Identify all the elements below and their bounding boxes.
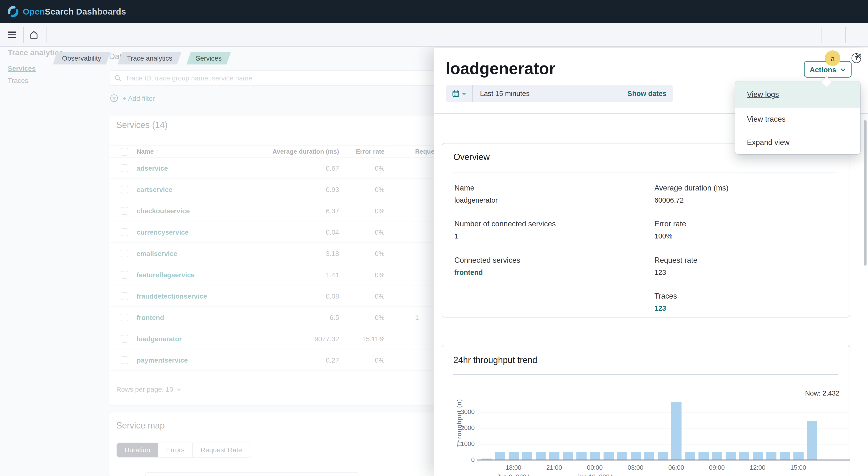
overview-title: Overview	[454, 152, 490, 162]
throughput-bar	[603, 451, 614, 460]
menu-item-view-traces[interactable]: View traces	[735, 108, 860, 131]
traces-count-link[interactable]: 123	[654, 304, 677, 312]
opensearch-dashboards-app: OpenSearchDashboards Observability Trace…	[0, 0, 868, 476]
x-tick-label: 12:00	[741, 464, 775, 471]
app-header: OpenSearchDashboards	[0, 0, 868, 23]
y-tick-label: 3000	[445, 408, 475, 415]
divider	[845, 27, 846, 43]
field-error-rate: Error rate 100%	[654, 219, 686, 240]
throughput-bar	[712, 451, 722, 460]
gridline	[477, 428, 848, 428]
x-tick-label: 06:00	[659, 464, 693, 471]
flyout-title: loadgenerator	[445, 59, 555, 78]
x-date-label: Jun 10, 2024	[568, 473, 621, 476]
nav-bar: Observability Trace analytics Services a…	[0, 23, 868, 47]
calendar-icon	[452, 90, 459, 97]
opensearch-logo-icon	[7, 5, 20, 18]
throughput-bar	[698, 451, 708, 460]
x-tick-label: 00:00	[578, 464, 612, 471]
overview-divider	[454, 173, 838, 173]
throughput-bar	[522, 451, 532, 460]
field-traces: Traces 123	[654, 292, 677, 312]
y-axis-label: Throughput (n)	[456, 384, 463, 462]
throughput-bar	[590, 451, 600, 460]
divider	[46, 27, 46, 43]
field-request-rate: Request rate 123	[654, 256, 698, 276]
throughput-bar	[739, 451, 749, 460]
menu-icon[interactable]	[8, 31, 16, 38]
y-tick-label: 0	[445, 456, 475, 464]
throughput-bar	[752, 451, 763, 460]
field-average-duration: Average duration (ms) 60006.72	[654, 184, 728, 204]
y-tick-label: 1000	[445, 440, 475, 447]
throughput-bar	[576, 451, 586, 460]
throughput-bar	[793, 451, 803, 460]
throughput-bar	[725, 451, 736, 460]
divider	[23, 27, 24, 43]
home-icon[interactable]	[29, 30, 39, 40]
x-date-label: Jun 9, 2024	[487, 473, 540, 476]
divider	[821, 27, 822, 43]
x-tick-label: 03:00	[619, 464, 652, 471]
throughput-bar	[671, 402, 681, 460]
throughput-bar	[644, 451, 654, 460]
app-title: OpenSearchDashboards	[23, 6, 126, 17]
now-annotation-label: Now: 2,432	[765, 389, 839, 397]
throughput-title: 24hr throughput trend	[454, 355, 537, 365]
breadcrumb-services[interactable]: Services	[186, 52, 231, 64]
menu-item-view-logs[interactable]: View logs	[735, 82, 860, 108]
frontend-link[interactable]: frontend	[454, 269, 520, 276]
field-connected-count: Number of connected services 1	[454, 219, 556, 240]
gridline	[477, 412, 848, 413]
opensearch-logo[interactable]: OpenSearchDashboards	[7, 5, 126, 18]
throughput-bar	[617, 451, 627, 460]
avatar[interactable]: a	[825, 51, 840, 66]
breadcrumb-trace-analytics[interactable]: Trace analytics	[118, 52, 181, 64]
throughput-bar	[495, 451, 505, 460]
breadcrumb-observability[interactable]: Observability	[53, 52, 111, 64]
field-name: Name loadgenerator	[454, 184, 498, 204]
date-range-value[interactable]: Last 15 minutes	[480, 90, 530, 97]
throughput-bar	[657, 451, 668, 460]
date-picker: Last 15 minutes Show dates	[445, 85, 673, 102]
help-icon[interactable]: ?	[851, 53, 861, 63]
x-tick-label: 21:00	[537, 464, 571, 471]
throughput-bar	[563, 451, 573, 460]
scrollbar-thumb[interactable]	[864, 120, 867, 266]
throughput-bar	[685, 451, 695, 460]
x-tick-label: 18:00	[496, 464, 530, 471]
throughput-bar	[807, 421, 817, 460]
y-tick-label: 2000	[445, 424, 475, 432]
quick-select-button[interactable]	[445, 85, 473, 102]
throughput-divider	[454, 374, 838, 375]
throughput-bar	[549, 451, 559, 460]
throughput-bar	[535, 451, 546, 460]
menu-item-expand-view[interactable]: Expand view	[735, 131, 860, 154]
chevron-down-icon	[461, 91, 466, 96]
show-dates-button[interactable]: Show dates	[627, 90, 666, 97]
throughput-bar	[630, 451, 641, 460]
chevron-down-icon	[840, 66, 846, 72]
now-annotation-line	[817, 398, 817, 460]
x-tick-label: 15:00	[781, 464, 815, 471]
x-axis-line	[477, 459, 850, 460]
x-tick-label: 09:00	[700, 464, 734, 471]
throughput-bar	[766, 451, 776, 460]
throughput-bar	[780, 451, 790, 460]
throughput-bar	[508, 451, 519, 460]
field-connected-services: Connected services frontend	[454, 256, 520, 276]
actions-popover: View logs View traces Expand view	[735, 82, 860, 154]
gridline	[477, 444, 848, 445]
